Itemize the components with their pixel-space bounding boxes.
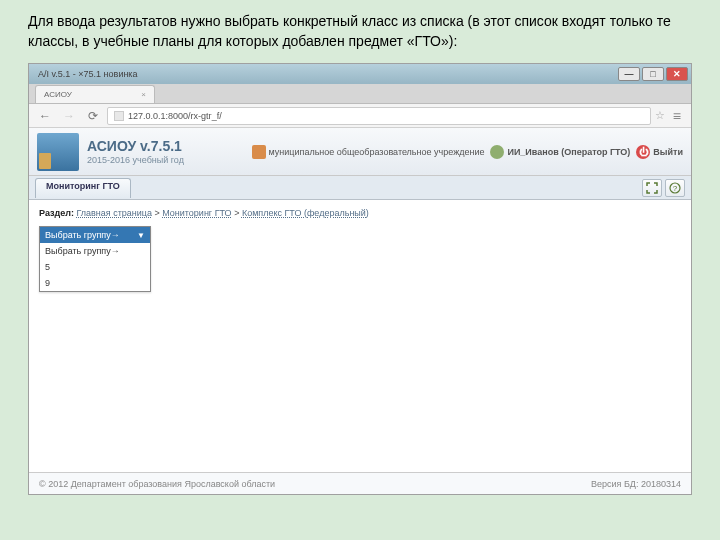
question-icon: ? [669, 182, 681, 194]
org-label: муниципальное общеобразовательное учрежд… [269, 147, 485, 157]
window-titlebar: A/I v.5.1 - ×75.1 новинка — □ ✕ [29, 64, 691, 84]
group-option[interactable]: 9 [40, 275, 150, 291]
breadcrumb-home[interactable]: Главная страница [76, 208, 152, 218]
browser-menu-icon[interactable]: ≡ [669, 108, 685, 124]
group-option[interactable]: Выбрать группу→ [40, 243, 150, 259]
forward-button[interactable]: → [59, 107, 79, 125]
breadcrumb: Раздел: Главная страница > Мониторинг ГТ… [39, 208, 681, 218]
logout-link[interactable]: ⏻ Выйти [636, 145, 683, 159]
tab-close-icon[interactable]: × [141, 90, 146, 99]
reload-button[interactable]: ⟳ [83, 107, 103, 125]
back-button[interactable]: ← [35, 107, 55, 125]
app-logo [37, 133, 79, 171]
expand-icon [646, 182, 658, 194]
breadcrumb-label: Раздел: [39, 208, 74, 218]
browser-tab-label: АСИОУ [44, 90, 72, 99]
browser-tab-strip: АСИОУ × [29, 84, 691, 104]
footer-version: Версия БД: 20180314 [591, 479, 681, 489]
logout-label: Выйти [653, 147, 683, 157]
svg-text:?: ? [673, 184, 678, 193]
tab-monitoring-gto[interactable]: Мониторинг ГТО [35, 178, 131, 198]
window-maximize-button[interactable]: □ [642, 67, 664, 81]
group-option[interactable]: 5 [40, 259, 150, 275]
browser-window: A/I v.5.1 - ×75.1 новинка — □ ✕ АСИОУ × … [28, 63, 692, 495]
power-icon: ⏻ [636, 145, 650, 159]
address-bar[interactable]: 127.0.0.1:8000/rх-gtг_f/ [107, 107, 651, 125]
group-select-header[interactable]: Выбрать группу→ ▼ [40, 227, 150, 243]
slide-caption: Для ввода результатов нужно выбрать конк… [28, 12, 692, 51]
footer-copyright: © 2012 Департамент образования Ярославск… [39, 479, 275, 489]
app-title: АСИОУ v.7.5.1 [87, 138, 184, 155]
app-header: АСИОУ v.7.5.1 2015-2016 учебный год муни… [29, 128, 691, 176]
fullscreen-button[interactable] [642, 179, 662, 197]
group-select-label: Выбрать группу→ [45, 230, 120, 240]
breadcrumb-monitoring[interactable]: Мониторинг ГТО [162, 208, 231, 218]
page-icon [114, 111, 124, 121]
bookmark-icon[interactable]: ☆ [655, 109, 665, 122]
window-close-button[interactable]: ✕ [666, 67, 688, 81]
user-icon [490, 145, 504, 159]
org-link[interactable]: муниципальное общеобразовательное учрежд… [252, 145, 485, 159]
group-select[interactable]: Выбрать группу→ ▼ Выбрать группу→ 5 9 [39, 226, 151, 292]
user-label: ИИ_Иванов (Оператор ГТО) [507, 147, 630, 157]
help-button[interactable]: ? [665, 179, 685, 197]
breadcrumb-gto[interactable]: Комплекс ГТО (федеральный) [242, 208, 369, 218]
window-minimize-button[interactable]: — [618, 67, 640, 81]
address-url: 127.0.0.1:8000/rх-gtг_f/ [128, 111, 222, 121]
browser-tab[interactable]: АСИОУ × [35, 85, 155, 103]
building-icon [252, 145, 266, 159]
app-subtitle: 2015-2016 учебный год [87, 155, 184, 166]
content-area: Раздел: Главная страница > Мониторинг ГТ… [29, 200, 691, 472]
chevron-down-icon: ▼ [137, 231, 145, 240]
user-link[interactable]: ИИ_Иванов (Оператор ГТО) [490, 145, 630, 159]
page-tabs-row: Мониторинг ГТО ? [29, 176, 691, 200]
app-footer: © 2012 Департамент образования Ярославск… [29, 472, 691, 494]
browser-toolbar: ← → ⟳ 127.0.0.1:8000/rх-gtг_f/ ☆ ≡ [29, 104, 691, 128]
window-title: A/I v.5.1 - ×75.1 новинка [32, 69, 138, 79]
